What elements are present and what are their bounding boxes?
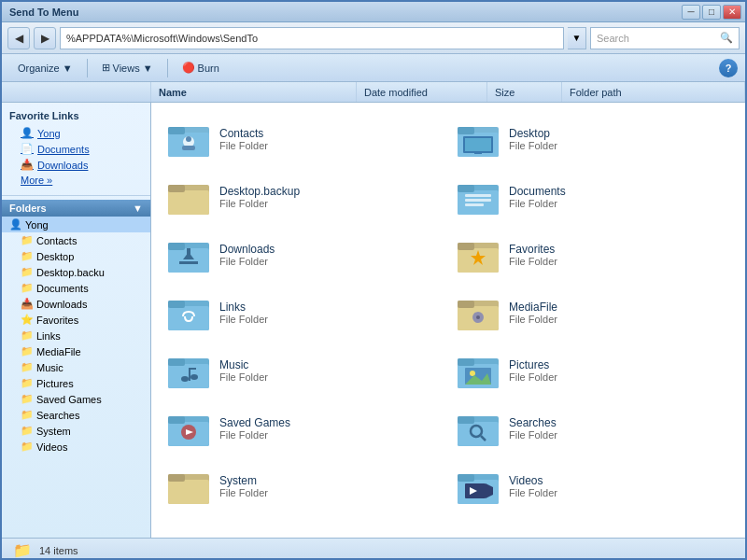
tree-music-icon: 📁: [21, 361, 34, 373]
file-item-contacts[interactable]: Contacts File Folder: [159, 110, 448, 168]
help-button[interactable]: ?: [719, 59, 738, 77]
downloads-link-label: Downloads: [37, 160, 88, 171]
downloads-type: File Folder: [219, 256, 275, 267]
burn-label: Burn: [198, 63, 219, 74]
tree-item-saved-games[interactable]: 📁 Saved Games: [2, 391, 150, 407]
tree-searches-icon: 📁: [21, 409, 34, 421]
file-item-music[interactable]: Music File Folder: [159, 342, 448, 399]
file-item-saved-games[interactable]: Saved Games File Folder: [159, 399, 448, 457]
title-bar: Send To Menu ─ □ ✕: [2, 2, 745, 22]
tree-item-documents[interactable]: 📁 Documents: [2, 280, 150, 296]
file-item-system[interactable]: System File Folder: [159, 457, 448, 515]
system-folder-icon: [167, 464, 212, 509]
mediafile-folder-icon: [457, 290, 501, 335]
sidebar-link-documents[interactable]: 📄 Documents: [2, 141, 150, 157]
favorites-name: Favorites: [509, 243, 557, 256]
svg-rect-8: [458, 127, 474, 134]
tree-pictures-label: Pictures: [36, 378, 74, 389]
svg-rect-64: [168, 474, 185, 482]
downloads-info: Downloads File Folder: [219, 243, 275, 267]
tree-item-desktop-backup[interactable]: 📁 Desktop.backu: [2, 264, 150, 280]
tree-media-label: MediaFile: [36, 346, 81, 357]
svg-rect-36: [458, 301, 474, 308]
links-name: Links: [219, 301, 268, 314]
tree-favorites-label: Favorites: [36, 315, 78, 326]
music-name: Music: [219, 358, 268, 371]
tree-contacts-label: Contacts: [36, 235, 77, 246]
desktop-info: Desktop File Folder: [509, 127, 557, 151]
tree-item-pictures[interactable]: 📁 Pictures: [2, 375, 150, 391]
desktop-backup-info: Desktop.backup File Folder: [219, 185, 300, 209]
tree-item-links[interactable]: 📁 Links: [2, 328, 150, 343]
search-box[interactable]: Search 🔍: [590, 27, 740, 49]
pictures-info: Pictures File Folder: [509, 358, 557, 383]
tree-item-music[interactable]: 📁 Music: [2, 359, 150, 375]
sidebar-link-downloads[interactable]: 📥 Downloads: [2, 157, 150, 173]
address-dropdown-button[interactable]: ▼: [568, 27, 586, 49]
maximize-button[interactable]: □: [702, 5, 721, 20]
sidebar-more-link[interactable]: More »: [2, 173, 150, 191]
tree-item-system[interactable]: 📁 System: [2, 423, 150, 439]
pictures-name: Pictures: [509, 358, 557, 371]
file-item-pictures[interactable]: Pictures File Folder: [448, 342, 738, 399]
tree-system-icon: 📁: [21, 425, 34, 437]
burn-button[interactable]: 🔴 Burn: [174, 57, 228, 79]
file-item-desktop[interactable]: Desktop File Folder: [448, 110, 738, 168]
views-icon: ⊞: [102, 62, 110, 74]
desktop-backup-type: File Folder: [219, 198, 300, 209]
file-item-favorites[interactable]: Favorites File Folder: [448, 226, 738, 284]
organize-button[interactable]: Organize ▼: [9, 57, 81, 79]
svg-point-43: [190, 374, 198, 380]
saved-games-name: Saved Games: [219, 416, 290, 429]
svg-rect-45: [189, 368, 196, 370]
svg-rect-44: [189, 368, 190, 381]
documents-info: Documents File Folder: [509, 185, 566, 209]
tree-item-favorites[interactable]: ⭐ Favorites: [2, 312, 150, 328]
svg-rect-10: [465, 138, 491, 151]
file-item-searches[interactable]: Searches File Folder: [448, 399, 738, 457]
sidebar-link-yong[interactable]: 👤 Yong: [2, 125, 150, 141]
saved-games-info: Saved Games File Folder: [219, 416, 290, 441]
file-item-desktop-backup[interactable]: Desktop.backup File Folder: [159, 168, 448, 226]
searches-name: Searches: [509, 416, 557, 429]
favorites-folder-icon: [457, 232, 501, 277]
tree-saved-label: Saved Games: [36, 394, 102, 405]
address-input[interactable]: %APPDATA%\Microsoft\Windows\SendTo: [60, 27, 564, 49]
back-button[interactable]: ◀: [7, 27, 30, 49]
tree-item-videos[interactable]: 📁 Videos: [2, 439, 150, 455]
col-header-path[interactable]: Folder path: [562, 82, 745, 102]
system-name: System: [219, 474, 268, 487]
music-info: Music File Folder: [219, 358, 268, 383]
tree-item-searches[interactable]: 📁 Searches: [2, 407, 150, 423]
forward-button[interactable]: ▶: [34, 27, 56, 49]
file-item-mediafile[interactable]: MediaFile File Folder: [448, 284, 738, 342]
close-button[interactable]: ✕: [723, 5, 741, 20]
file-item-documents[interactable]: Documents File Folder: [448, 168, 738, 226]
file-item-links[interactable]: Links File Folder: [159, 284, 448, 342]
tree-item-mediafile[interactable]: 📁 MediaFile: [2, 343, 150, 359]
file-item-downloads[interactable]: Downloads File Folder: [159, 226, 448, 284]
links-type: File Folder: [219, 314, 268, 325]
tree-item-contacts[interactable]: 📁 Contacts: [2, 232, 150, 248]
minimize-button[interactable]: ─: [682, 5, 700, 20]
views-button[interactable]: ⊞ Views ▼: [93, 57, 162, 79]
file-item-videos[interactable]: Videos File Folder: [448, 457, 738, 515]
desktop-type: File Folder: [509, 140, 557, 151]
folders-header[interactable]: Folders ▼: [2, 200, 150, 217]
tree-videos-icon: 📁: [21, 441, 34, 453]
documents-folder-icon: [457, 175, 501, 219]
videos-folder-icon: [457, 464, 501, 509]
organize-label: Organize: [18, 63, 60, 74]
tree-item-downloads[interactable]: 📥 Downloads: [2, 296, 150, 312]
system-type: File Folder: [219, 487, 268, 498]
col-header-size[interactable]: Size: [487, 82, 562, 102]
searches-type: File Folder: [509, 429, 557, 441]
documents-name: Documents: [509, 185, 566, 198]
tree-item-yong[interactable]: 👤 Yong: [2, 217, 150, 232]
col-header-date[interactable]: Date modified: [357, 82, 487, 102]
tree-downloads-label: Downloads: [36, 299, 87, 310]
tree-item-desktop[interactable]: 📁 Desktop: [2, 248, 150, 264]
svg-rect-54: [168, 416, 185, 424]
sidebar: Favorite Links 👤 Yong 📄 Documents 📥 Down…: [2, 103, 151, 538]
col-header-name[interactable]: Name: [151, 82, 357, 102]
